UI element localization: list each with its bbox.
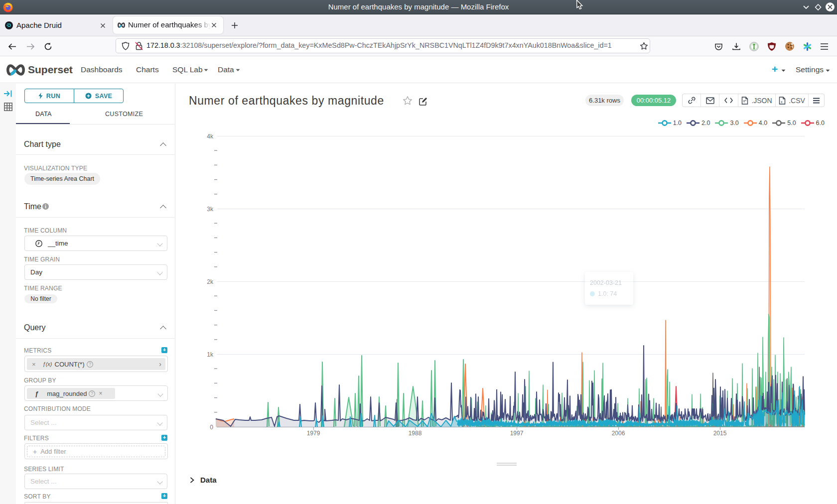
svg-text:1997: 1997 bbox=[510, 430, 524, 437]
svg-text:2015: 2015 bbox=[713, 430, 727, 437]
svg-text:1k: 1k bbox=[207, 351, 214, 358]
svg-text:?: ? bbox=[89, 362, 92, 367]
svg-text:x: x bbox=[781, 100, 783, 103]
svg-text:1988: 1988 bbox=[409, 430, 422, 437]
svg-text:0: 0 bbox=[210, 424, 213, 431]
svg-text:3k: 3k bbox=[207, 206, 214, 213]
svg-text:2k: 2k bbox=[207, 278, 214, 285]
svg-text:1979: 1979 bbox=[307, 430, 320, 437]
svg-text:4k: 4k bbox=[207, 133, 214, 140]
svg-text:2006: 2006 bbox=[612, 430, 625, 437]
svg-text:?: ? bbox=[91, 391, 94, 396]
